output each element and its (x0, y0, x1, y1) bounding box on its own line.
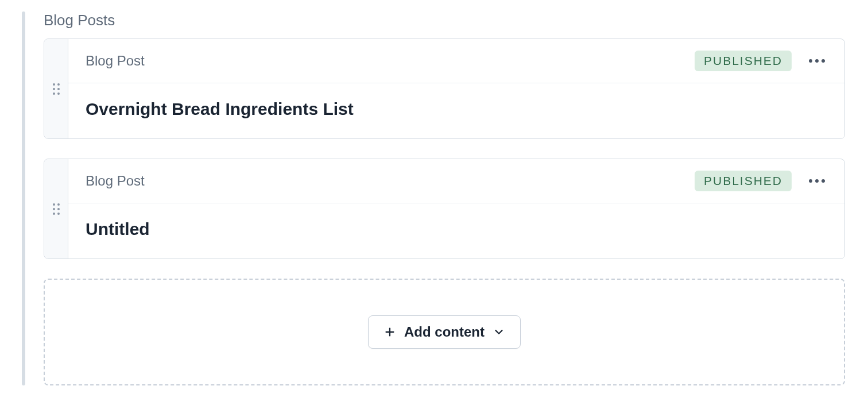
blog-posts-section: Blog Posts Blog Post PUBLISHED (0, 11, 857, 385)
section-indicator-bar (22, 11, 25, 385)
more-icon (815, 179, 819, 183)
more-icon (809, 179, 812, 183)
card-body: Blog Post PUBLISHED Overnight Bread Ingr… (68, 39, 844, 138)
more-icon (809, 59, 812, 63)
drag-handle-icon (53, 83, 60, 95)
blog-post-card: Blog Post PUBLISHED Overnight Bread Ingr… (44, 38, 845, 139)
chevron-down-icon (493, 326, 505, 338)
content-type-label: Blog Post (86, 53, 145, 69)
card-header-actions: PUBLISHED (695, 171, 827, 191)
add-content-button[interactable]: Add content (368, 315, 521, 349)
drag-handle[interactable] (44, 39, 68, 138)
section-title: Blog Posts (44, 11, 845, 29)
more-options-button[interactable] (807, 177, 827, 185)
card-header: Blog Post PUBLISHED (68, 159, 844, 203)
card-header-actions: PUBLISHED (695, 51, 827, 71)
blog-post-card: Blog Post PUBLISHED Untitled (44, 159, 845, 259)
add-content-label: Add content (404, 324, 485, 340)
add-content-dropzone[interactable]: Add content (44, 279, 845, 385)
card-body: Blog Post PUBLISHED Untitled (68, 159, 844, 258)
post-title[interactable]: Overnight Bread Ingredients List (68, 83, 844, 138)
post-title[interactable]: Untitled (68, 203, 844, 258)
more-icon (815, 59, 819, 63)
card-header: Blog Post PUBLISHED (68, 39, 844, 83)
drag-handle[interactable] (44, 159, 68, 258)
more-icon (822, 59, 825, 63)
status-badge: PUBLISHED (695, 51, 792, 71)
plus-icon (383, 326, 396, 338)
drag-handle-icon (53, 203, 60, 215)
section-content: Blog Posts Blog Post PUBLISHED (44, 11, 857, 385)
more-icon (822, 179, 825, 183)
more-options-button[interactable] (807, 57, 827, 65)
status-badge: PUBLISHED (695, 171, 792, 191)
content-type-label: Blog Post (86, 173, 145, 189)
